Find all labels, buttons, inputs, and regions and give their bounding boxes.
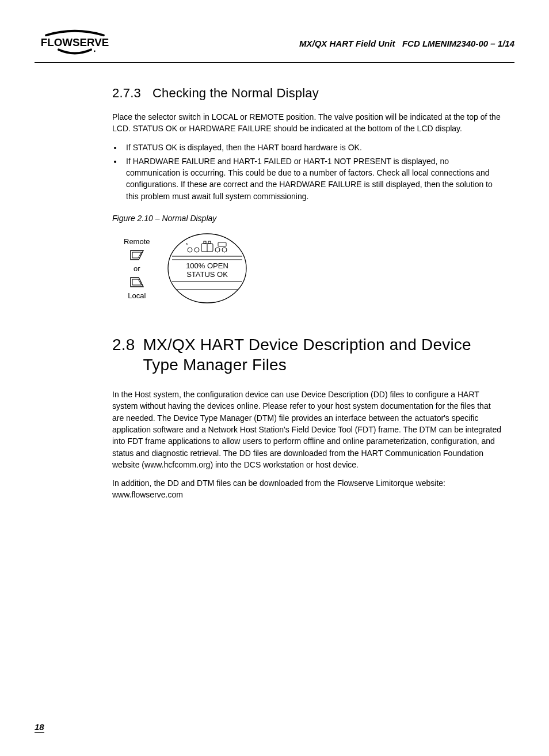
figure-normal-display: Remote or Local bbox=[124, 231, 503, 306]
local-switch-icon bbox=[128, 275, 146, 289]
remote-switch-icon bbox=[128, 248, 146, 262]
lcd-display-icon: * 100% OPEN STATUS OK bbox=[164, 231, 250, 306]
svg-point-4 bbox=[195, 248, 199, 252]
figure-caption: Figure 2.10 – Normal Display bbox=[112, 214, 503, 223]
svg-rect-7 bbox=[208, 241, 211, 244]
page-header: FLOWSERVE MX/QX HART Field Unit FCD LMEN… bbox=[35, 29, 514, 63]
header-doc-info: MX/QX HART Field Unit FCD LMENIM2340-00 … bbox=[299, 39, 514, 48]
svg-text:FLOWSERVE: FLOWSERVE bbox=[41, 36, 109, 48]
bullet-item: If HARDWARE FAILURE and HART-1 FAILED or… bbox=[123, 155, 503, 202]
local-label: Local bbox=[128, 291, 146, 300]
section-28-para2: In addition, the DD and DTM files can be… bbox=[112, 477, 503, 501]
flowserve-logo: FLOWSERVE bbox=[35, 29, 115, 58]
subsection-273-title: Checking the Normal Display bbox=[152, 86, 319, 100]
subsection-273-number: 2.7.3 bbox=[112, 86, 141, 101]
section-28-title: MX/QX HART Device Description and Device… bbox=[143, 335, 503, 375]
remote-label: Remote bbox=[124, 237, 150, 246]
svg-text:*: * bbox=[186, 242, 188, 248]
lcd-line1: 100% OPEN bbox=[186, 261, 228, 270]
svg-point-9 bbox=[215, 248, 220, 252]
svg-rect-12 bbox=[218, 242, 226, 246]
subsection-273-para: Place the selector switch in LOCAL or RE… bbox=[112, 111, 503, 135]
subsection-273-heading: 2.7.3Checking the Normal Display bbox=[112, 86, 503, 101]
header-doc-title: MX/QX HART Field Unit bbox=[299, 39, 395, 48]
section-28-para1: In the Host system, the configuration de… bbox=[112, 389, 503, 470]
selector-switch-column: Remote or Local bbox=[124, 237, 150, 300]
bullet-item: If STATUS OK is displayed, then the HART… bbox=[123, 142, 503, 153]
svg-rect-6 bbox=[204, 241, 206, 244]
svg-point-1 bbox=[94, 50, 96, 52]
header-doc-code: FCD LMENIM2340-00 – 1/14 bbox=[402, 39, 514, 48]
page-number: 18 bbox=[35, 722, 44, 733]
svg-point-3 bbox=[188, 248, 192, 252]
subsection-273-bullets: If STATUS OK is displayed, then the HART… bbox=[112, 142, 503, 202]
svg-point-10 bbox=[222, 248, 227, 252]
section-28-number: 2.8 bbox=[112, 335, 135, 355]
or-label: or bbox=[134, 264, 140, 273]
lcd-line2: STATUS OK bbox=[186, 270, 228, 279]
section-28-heading: 2.8 MX/QX HART Device Description and De… bbox=[112, 335, 503, 375]
